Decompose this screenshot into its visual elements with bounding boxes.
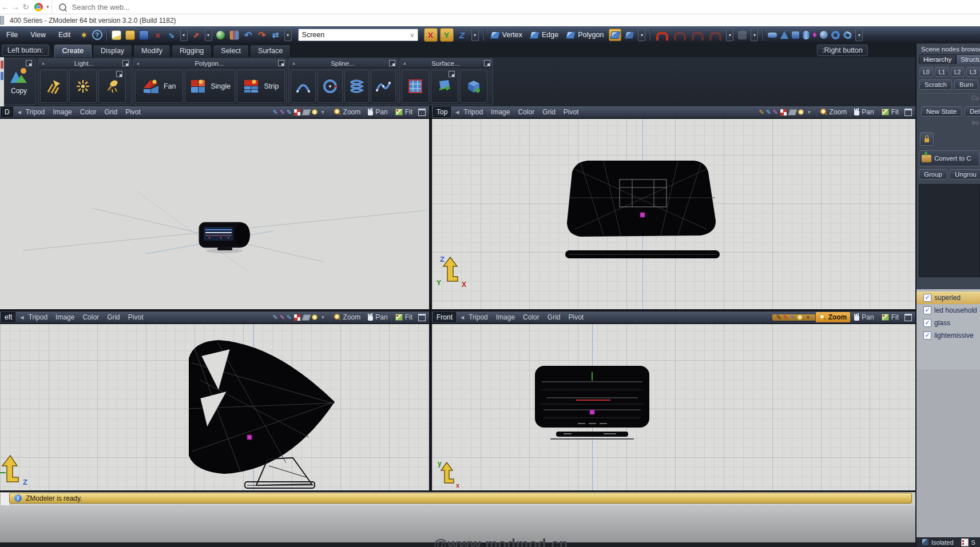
history-dropdown-icon[interactable]: ▾ [284, 29, 292, 41]
flat-shade-icon[interactable] [301, 109, 311, 115]
axis-x-button[interactable]: X [424, 28, 438, 42]
light-toggle-icon[interactable] [312, 314, 318, 320]
zoom-tool[interactable]: Zoom [330, 312, 364, 322]
display-dropdown-icon[interactable]: ▾ [322, 109, 324, 115]
delete-state-button[interactable]: Dele [965, 106, 980, 117]
popout-icon[interactable] [484, 60, 490, 66]
light-toggle-icon[interactable] [798, 109, 804, 115]
menu-image[interactable]: Image [55, 313, 74, 321]
menu-tripod[interactable]: Tripod [29, 313, 48, 321]
import-dropdown-icon[interactable]: ▾ [180, 29, 188, 41]
tab-select[interactable]: Select [213, 45, 249, 57]
import-icon[interactable]: ⇘ [166, 29, 177, 41]
element-mode-button[interactable] [624, 29, 635, 41]
menu-grid[interactable]: Grid [547, 313, 561, 321]
menu-tripod[interactable]: Tripod [26, 108, 45, 116]
spline-curve-button[interactable] [371, 70, 396, 103]
convert-button[interactable]: Convert to C [919, 150, 979, 166]
menu-image[interactable]: Image [491, 108, 510, 116]
burn-button[interactable]: Burn [954, 79, 978, 90]
tab-display[interactable]: Display [93, 45, 132, 57]
viewport-front[interactable]: Front ◀ TripodImageColorGridPivot ✎ ✎ ✎ … [432, 312, 915, 490]
pencil-gray-icon[interactable]: ✎ [272, 314, 277, 321]
menu-grid[interactable]: Grid [107, 313, 120, 321]
pencil-pink-icon[interactable]: ✎ [280, 314, 285, 321]
popout-icon[interactable] [116, 71, 122, 77]
browser-search-box[interactable] [51, 0, 980, 14]
primitive-torus-icon[interactable] [831, 31, 840, 39]
pan-tool[interactable]: Pan [364, 107, 391, 117]
vertex-mode-button[interactable]: Vertex [491, 31, 522, 39]
copy-button[interactable]: Copy [2, 58, 36, 105]
viewport-left[interactable]: eft ◀ TripodImageColorGridPivot ✎ ✎ ✎ ▾ … [0, 312, 429, 490]
browser-reload-icon[interactable]: ↻ [21, 2, 31, 11]
viewport-perspective[interactable]: D ◀ TripodImageColorGridPivot ✎ ✎ ✎ ▾ Zo… [0, 106, 429, 309]
sync-icon[interactable]: ⇄ [270, 29, 281, 41]
pencil-blue-icon[interactable]: ✎ [766, 109, 771, 115]
axis-dropdown-icon[interactable]: ▾ [471, 29, 479, 41]
menu-color[interactable]: Color [518, 108, 534, 116]
layer-row-lightemissive[interactable]: ✓ lightemissive [916, 329, 980, 342]
axis-z-button[interactable]: Z [456, 29, 469, 41]
menu-image[interactable]: Image [53, 108, 72, 116]
light-toggle-icon[interactable] [312, 109, 318, 115]
browser-forward-icon[interactable]: → [10, 2, 21, 11]
fit-tool[interactable]: Fit [391, 312, 416, 322]
fan-button[interactable]: Fan [135, 70, 183, 103]
menu-tripod[interactable]: Tripod [464, 108, 483, 116]
delete-icon[interactable]: × [152, 29, 164, 41]
snap-vertex-icon[interactable] [692, 32, 704, 41]
light-toggle-icon[interactable] [797, 314, 803, 320]
viewport-name-button[interactable]: Front [433, 312, 456, 322]
fit-tool[interactable]: Fit [878, 312, 902, 322]
level-l1-button[interactable]: L1 [935, 67, 949, 77]
omni-light-button[interactable] [69, 70, 97, 103]
fit-tool[interactable]: Fit [391, 107, 416, 117]
level-l3-button[interactable]: L3 [966, 67, 980, 77]
axis-y-button[interactable]: Y [440, 28, 454, 42]
collapse-icon[interactable]: ▲ [136, 61, 140, 65]
primitive-point-icon[interactable] [813, 33, 816, 37]
menu-pivot[interactable]: Pivot [564, 108, 579, 116]
front-canvas[interactable]: y x [432, 323, 915, 490]
layer-row-superled[interactable]: ✓ superled [916, 292, 980, 304]
display-dropdown-icon[interactable]: ▾ [322, 314, 324, 320]
pencil-orange-icon[interactable]: ✎ [759, 109, 764, 115]
chrome-dropdown-icon[interactable]: ▾ [46, 4, 49, 10]
primitive-tube-icon[interactable] [842, 30, 853, 40]
perspective-canvas[interactable] [0, 118, 429, 309]
primitive-plane-icon[interactable] [768, 33, 777, 38]
browser-back-icon[interactable]: ← [0, 2, 10, 11]
zoom-tool[interactable]: Zoom [816, 107, 851, 117]
viewport-name-button[interactable]: Top [433, 107, 451, 117]
tab-create[interactable]: Create [54, 45, 92, 57]
new-state-button[interactable]: New State [921, 106, 962, 117]
lock-button[interactable] [920, 132, 934, 146]
menu-image[interactable]: Image [496, 313, 515, 321]
snap-angle-icon[interactable] [709, 32, 721, 41]
checkbox-checked-icon[interactable]: ✓ [923, 332, 931, 340]
collapse-icon[interactable]: ▲ [292, 61, 296, 65]
collapse-icon[interactable]: ▲ [403, 61, 407, 65]
menu-color[interactable]: Color [82, 313, 99, 321]
zoom-tool[interactable]: Zoom [330, 107, 364, 117]
display-dropdown-icon[interactable]: ▾ [807, 314, 810, 320]
checkbox-checked-icon[interactable]: ✓ [923, 294, 931, 302]
popout-icon[interactable] [278, 60, 284, 66]
tab-rigging[interactable]: Rigging [172, 45, 212, 57]
palette-icon[interactable] [229, 29, 240, 41]
snap-magnet-icon[interactable] [656, 32, 668, 41]
pan-tool[interactable]: Pan [850, 107, 877, 117]
primitive-cone-icon[interactable] [780, 31, 788, 39]
export-icon[interactable]: ⇗ [191, 29, 202, 41]
level-l0-button[interactable]: L0 [919, 67, 933, 77]
menu-file[interactable]: File [0, 31, 24, 39]
object-mode-button[interactable] [609, 29, 621, 41]
snap-dropdown-icon[interactable]: ▾ [726, 29, 733, 41]
fit-tool[interactable]: Fit [878, 107, 902, 117]
popout-icon[interactable] [122, 60, 129, 66]
pencil-pink-icon[interactable]: ✎ [773, 109, 778, 115]
flat-shade-icon[interactable] [788, 109, 798, 115]
mode-dropdown-icon[interactable]: ▾ [638, 29, 645, 41]
popout-icon[interactable] [449, 71, 455, 77]
